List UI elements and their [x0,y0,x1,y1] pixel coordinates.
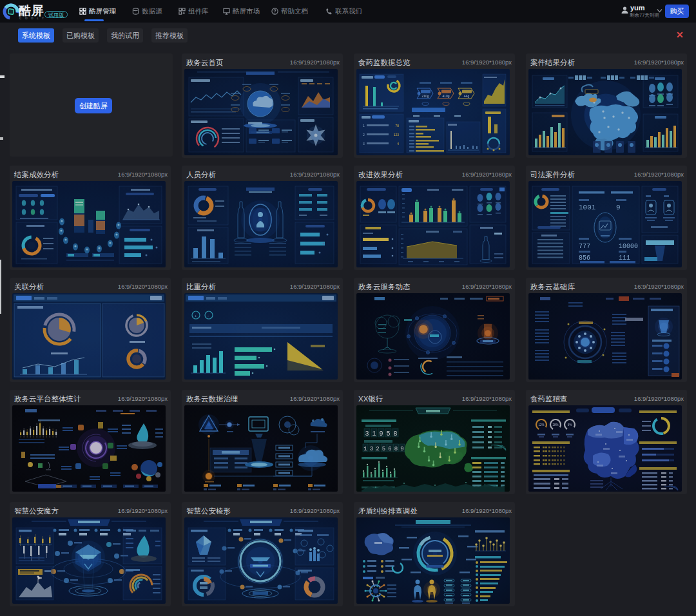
svg-text:4: 4 [397,142,399,146]
svg-text:5: 5 [382,446,385,452]
svg-text:44g: 44g [464,94,470,98]
svg-text:3: 3 [370,446,373,452]
svg-text:777: 777 [579,243,590,250]
svg-text:6: 6 [388,446,391,452]
svg-text:856: 856 [579,255,590,262]
svg-text:-: - [208,314,209,318]
svg-text:2: 2 [376,446,379,452]
svg-text:123: 123 [394,133,400,137]
svg-text:9: 9 [379,430,383,438]
svg-text:3: 3 [365,430,369,438]
svg-text:1: 1 [372,430,376,438]
svg-text:9: 9 [400,446,403,452]
svg-text:9: 9 [616,204,621,211]
svg-text:10000: 10000 [619,243,638,250]
svg-text:210g: 210g [421,94,429,98]
svg-text:1001: 1001 [579,204,596,211]
svg-text:410g: 410g [442,94,449,98]
svg-text:78: 78 [395,124,399,128]
svg-text:1: 1 [363,446,367,452]
svg-text:5: 5 [386,430,390,438]
svg-text:28%: 28% [552,423,558,427]
svg-text:1: 1 [363,124,365,128]
svg-text:3: 3 [363,142,365,146]
svg-text:111: 111 [619,255,630,262]
svg-text:2: 2 [363,133,365,137]
svg-text:12%: 12% [538,423,544,427]
svg-text:8: 8 [394,446,398,452]
svg-text:6%: 6% [568,423,572,427]
svg-text:+: + [195,314,197,318]
svg-text:8: 8 [393,430,397,438]
